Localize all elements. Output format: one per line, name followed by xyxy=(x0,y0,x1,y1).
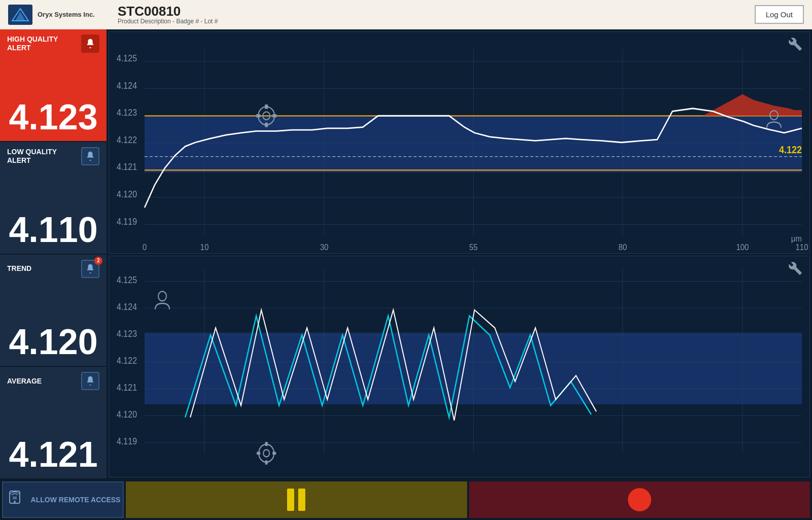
pause-symbol xyxy=(287,489,305,511)
svg-rect-71 xyxy=(257,452,260,455)
svg-text:30: 30 xyxy=(320,242,329,252)
charts-area: 4.125 4.124 4.123 4.122 4.121 4.120 4.11… xyxy=(107,29,812,479)
average-label: AVERAGE xyxy=(7,377,42,386)
svg-text:4.122: 4.122 xyxy=(117,355,137,366)
stop-button[interactable] xyxy=(469,481,810,518)
average-bell-icon xyxy=(81,372,99,390)
allow-remote-access-button[interactable]: ALLOW REMOTE ACCESS xyxy=(2,481,124,518)
top-chart-wrench-icon[interactable] xyxy=(788,37,802,54)
bell-icon-low xyxy=(85,151,96,162)
svg-text:4.119: 4.119 xyxy=(117,435,137,446)
low-alert-value: 4.110 xyxy=(7,212,99,248)
svg-text:4.120: 4.120 xyxy=(117,408,137,420)
pause-bar-left xyxy=(287,489,294,511)
svg-rect-42 xyxy=(256,114,260,118)
high-alert-header: HIGH QUALITYALERT xyxy=(7,34,99,53)
top-chart-container: 4.125 4.124 4.123 4.122 4.121 4.120 4.11… xyxy=(109,31,810,254)
average-value: 4.121 xyxy=(7,437,99,472)
bell-icon-trend xyxy=(85,263,96,274)
svg-rect-70 xyxy=(272,452,276,455)
svg-text:10: 10 xyxy=(200,242,209,252)
svg-text:4.125: 4.125 xyxy=(117,53,137,63)
top-chart-svg: 4.125 4.124 4.123 4.122 4.121 4.120 4.11… xyxy=(109,32,809,253)
app-header: Oryx Systems Inc. STC00810 Product Descr… xyxy=(0,0,812,29)
trend-card: TREND 2 4.120 xyxy=(0,255,107,367)
pause-button[interactable] xyxy=(126,481,467,518)
svg-text:4.121: 4.121 xyxy=(117,382,137,393)
trend-alert-container: 2 xyxy=(81,260,99,278)
low-alert-label: LOW QUALITYALERT xyxy=(7,148,57,165)
company-name: Oryx Systems Inc. xyxy=(38,11,95,18)
svg-rect-40 xyxy=(265,123,268,127)
svg-text:100: 100 xyxy=(736,242,749,252)
low-alert-icon xyxy=(81,147,99,165)
svg-text:110: 110 xyxy=(795,242,808,252)
low-alert-header: LOW QUALITYALERT xyxy=(7,147,99,165)
header-title-area: STC00810 Product Description - Badge # -… xyxy=(110,5,755,25)
sidebar: HIGH QUALITYALERT 4.123 LOW QUALITYALERT xyxy=(0,29,107,479)
svg-rect-68 xyxy=(265,442,268,446)
high-quality-alert-card: HIGH QUALITYALERT 4.123 xyxy=(0,29,107,142)
bottom-chart-container: 4.125 4.124 4.123 4.122 4.121 4.120 4.11… xyxy=(109,256,810,478)
svg-text:4.119: 4.119 xyxy=(117,217,137,227)
bottom-bar: ALLOW REMOTE ACCESS xyxy=(0,479,812,520)
bottom-chart-wrench-icon[interactable] xyxy=(788,261,802,279)
svg-text:4.124: 4.124 xyxy=(117,301,137,312)
svg-text:4.122: 4.122 xyxy=(779,144,802,155)
high-alert-label: HIGH QUALITYALERT xyxy=(7,35,58,52)
high-alert-value: 4.123 xyxy=(7,99,99,135)
svg-text:4.124: 4.124 xyxy=(117,81,137,91)
trend-value: 4.120 xyxy=(7,324,99,360)
remote-icon xyxy=(6,489,24,511)
logout-button[interactable]: Log Out xyxy=(755,5,804,24)
svg-point-73 xyxy=(14,501,16,503)
svg-rect-39 xyxy=(265,105,268,109)
svg-rect-69 xyxy=(265,460,268,464)
average-card: AVERAGE 4.121 xyxy=(0,367,107,479)
bottom-chart-svg: 4.125 4.124 4.123 4.122 4.121 4.120 4.11… xyxy=(109,256,809,477)
svg-text:4.125: 4.125 xyxy=(117,274,137,285)
stop-circle xyxy=(628,488,651,511)
svg-text:0: 0 xyxy=(143,242,147,252)
logo-area: Oryx Systems Inc. xyxy=(8,5,110,25)
main-content: HIGH QUALITYALERT 4.123 LOW QUALITYALERT xyxy=(0,29,812,479)
svg-text:80: 80 xyxy=(618,242,627,252)
remote-access-label: ALLOW REMOTE ACCESS xyxy=(31,495,121,504)
svg-text:4.122: 4.122 xyxy=(117,135,137,145)
bell-icon-average xyxy=(85,375,96,387)
trend-header: TREND 2 xyxy=(7,260,99,278)
svg-text:4.123: 4.123 xyxy=(117,328,137,339)
low-quality-alert-card: LOW QUALITYALERT 4.110 xyxy=(0,142,107,255)
svg-text:4.121: 4.121 xyxy=(117,162,137,172)
bell-icon-high xyxy=(85,38,96,49)
device-id: STC00810 xyxy=(118,5,755,18)
svg-text:4.120: 4.120 xyxy=(117,189,137,199)
high-alert-icon xyxy=(81,34,99,53)
svg-rect-41 xyxy=(272,114,276,118)
pause-bar-right xyxy=(298,489,305,511)
oryx-logo xyxy=(8,5,32,25)
trend-label: TREND xyxy=(7,264,31,273)
svg-text:μm: μm xyxy=(791,234,802,243)
svg-text:4.123: 4.123 xyxy=(117,108,137,118)
svg-text:55: 55 xyxy=(469,242,478,252)
average-header: AVERAGE xyxy=(7,372,99,390)
trend-badge: 2 xyxy=(94,257,102,265)
svg-rect-11 xyxy=(145,116,802,172)
device-subtitle: Product Description - Badge # - Lot # xyxy=(118,18,755,25)
